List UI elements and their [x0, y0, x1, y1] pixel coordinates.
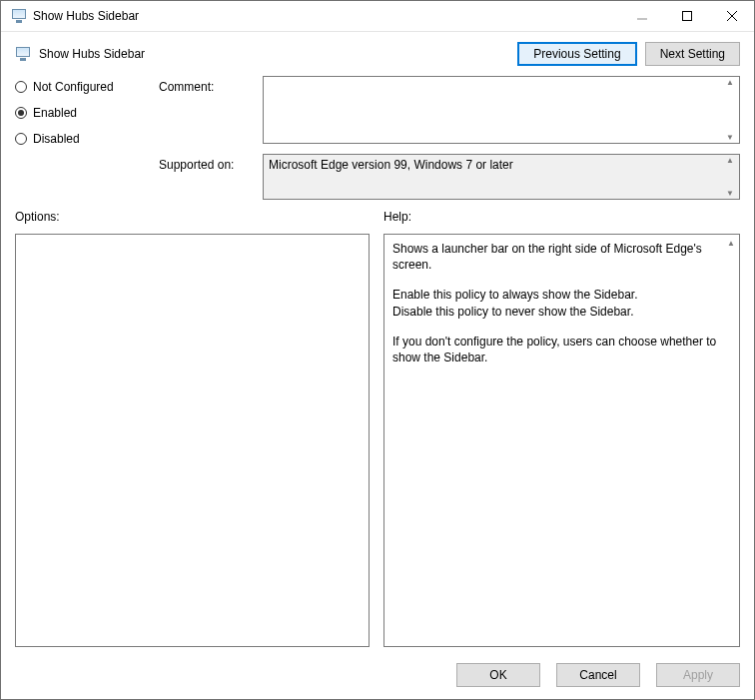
policy-icon — [15, 46, 31, 62]
radio-label: Not Configured — [33, 80, 114, 94]
help-text: Enable this policy to always show the Si… — [392, 287, 719, 319]
supported-on-field: Microsoft Edge version 99, Windows 7 or … — [263, 154, 740, 200]
radio-label: Disabled — [33, 132, 80, 146]
panes: ▲ Shows a launcher bar on the right side… — [15, 234, 740, 647]
supported-on-label: Supported on: — [159, 154, 259, 172]
options-label: Options: — [15, 210, 370, 224]
scroll-up-icon[interactable]: ▲ — [727, 239, 735, 250]
dialog-window: Show Hubs Sidebar Show Hubs Sidebar Prev… — [0, 0, 755, 700]
help-label: Help: — [383, 210, 740, 224]
scroll-down-icon[interactable]: ▼ — [722, 189, 738, 198]
apply-button[interactable]: Apply — [656, 663, 740, 687]
radio-enabled[interactable]: Enabled — [15, 106, 155, 120]
options-pane[interactable] — [15, 234, 370, 647]
help-pane[interactable]: ▲ Shows a launcher bar on the right side… — [383, 234, 740, 647]
close-icon — [727, 11, 737, 21]
radio-label: Enabled — [33, 106, 77, 120]
svg-rect-1 — [682, 12, 691, 21]
radio-not-configured[interactable]: Not Configured — [15, 80, 155, 94]
footer-buttons: OK Cancel Apply — [15, 657, 740, 689]
scroll-up-icon[interactable]: ▲ — [722, 78, 738, 87]
window-title: Show Hubs Sidebar — [33, 9, 139, 23]
previous-setting-button[interactable]: Previous Setting — [517, 42, 636, 66]
maximize-button[interactable] — [664, 1, 709, 31]
close-button[interactable] — [709, 1, 754, 31]
client-area: Show Hubs Sidebar Previous Setting Next … — [1, 32, 754, 699]
cancel-button[interactable]: Cancel — [556, 663, 640, 687]
radio-disabled[interactable]: Disabled — [15, 132, 155, 146]
comment-input[interactable]: ▲ ▼ — [263, 76, 740, 144]
policy-title: Show Hubs Sidebar — [39, 47, 145, 61]
state-radio-group: Not Configured Enabled Disabled — [15, 76, 155, 146]
help-text: If you don't configure the policy, users… — [392, 334, 719, 365]
section-labels: Options: Help: — [15, 210, 740, 224]
supported-on-value: Microsoft Edge version 99, Windows 7 or … — [269, 158, 513, 172]
radio-icon — [15, 107, 27, 119]
radio-icon — [15, 81, 27, 93]
titlebar: Show Hubs Sidebar — [1, 1, 754, 32]
comment-label: Comment: — [159, 76, 259, 94]
ok-button[interactable]: OK — [456, 663, 540, 687]
maximize-icon — [682, 11, 692, 21]
app-icon — [11, 8, 27, 24]
state-and-fields: Not Configured Enabled Disabled Comment:… — [15, 76, 740, 200]
radio-icon — [15, 133, 27, 145]
scroll-up-icon[interactable]: ▲ — [722, 156, 738, 165]
minimize-button[interactable] — [619, 1, 664, 31]
next-setting-button[interactable]: Next Setting — [645, 42, 740, 66]
policy-title-group: Show Hubs Sidebar — [15, 46, 145, 62]
help-text: Shows a launcher bar on the right side o… — [392, 241, 719, 273]
header-row: Show Hubs Sidebar Previous Setting Next … — [15, 42, 740, 66]
window-controls — [619, 1, 754, 31]
minimize-icon — [637, 14, 647, 24]
scroll-down-icon[interactable]: ▼ — [722, 133, 738, 142]
